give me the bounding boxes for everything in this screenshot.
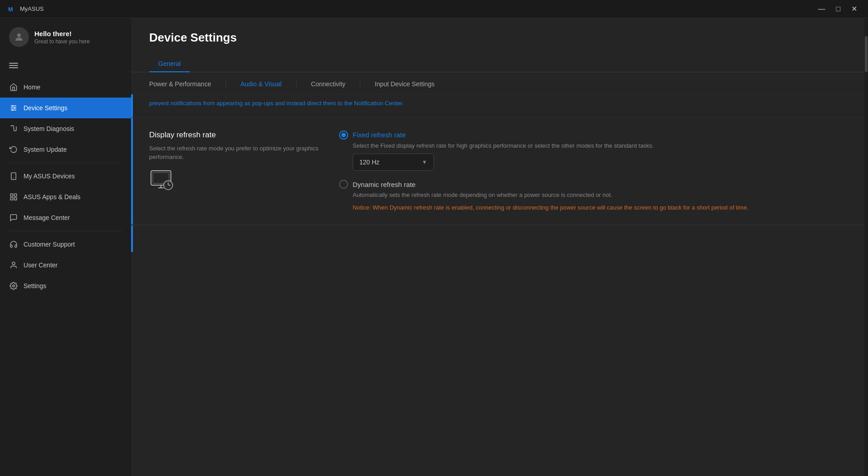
sidebar-item-label: Settings [24,282,47,289]
scrollbar-thumb[interactable] [865,36,868,72]
fixed-refresh-desc: Select the Fixed display refresh rate fo… [339,141,846,150]
dynamic-refresh-label-row: Dynamic refresh rate [339,180,846,189]
subtabs-bar: Power & Performance Audio & Visual Conne… [131,72,864,94]
sidebar-item-home[interactable]: Home [0,77,131,98]
title-bar: M MyASUS — □ ✕ [0,0,868,18]
sidebar-item-my-asus-devices[interactable]: My ASUS Devices [0,166,131,187]
subtab-audio-visual[interactable]: Audio & Visual [241,74,282,94]
user-avatar-icon [14,32,24,42]
menu-toggle-button[interactable] [0,58,131,77]
sidebar-item-label: System Diagnosis [24,125,74,132]
nav-divider [9,163,122,163]
title-bar-left: M MyASUS [7,5,44,14]
svg-point-1 [17,33,21,37]
stethoscope-icon [9,124,18,133]
svg-point-16 [13,285,15,287]
svg-point-7 [12,109,13,111]
sidebar: Hello there! Great to have you here Home [0,18,131,476]
svg-point-15 [12,262,15,265]
user-info: Hello there! Great to have you here [34,30,90,45]
svg-point-10 [13,177,14,178]
scrollbar-track[interactable] [864,18,868,476]
tab-general[interactable]: General [149,56,190,72]
main-content: Device Settings General Power & Performa… [131,18,864,476]
subtab-separator-2 [296,80,297,88]
hamburger-icon [9,63,18,64]
subtab-separator [226,80,226,88]
sidebar-item-asus-apps-deals[interactable]: ASUS Apps & Deals [0,187,131,207]
fixed-refresh-label-row: Fixed refresh rate [339,131,846,140]
subtab-input-device[interactable]: Input Device Settings [375,74,434,94]
tabs-bar: General [131,56,864,72]
home-icon [9,83,18,92]
sidebar-item-system-update[interactable]: System Update [0,139,131,160]
hamburger-icon [9,67,18,68]
sidebar-item-user-center[interactable]: User Center [0,255,131,275]
svg-point-6 [14,107,15,109]
svg-rect-14 [14,198,17,200]
subtab-connectivity[interactable]: Connectivity [311,74,345,94]
bottom-partial-card [131,225,864,252]
dynamic-refresh-warning: Notice: When Dynamic refresh rate is ena… [339,203,846,212]
display-refresh-title: Display refresh rate [149,131,321,140]
refresh-rate-dropdown[interactable]: 120 Hz ▼ [353,154,434,171]
svg-rect-12 [14,194,17,196]
fixed-refresh-radio[interactable] [339,131,348,140]
notification-partial-card: prevent notifications from appearing as … [131,94,864,118]
sidebar-item-label: ASUS Apps & Deals [24,193,80,201]
display-refresh-icon [149,169,176,194]
svg-text:M: M [8,6,13,13]
maximize-button[interactable]: □ [832,3,844,15]
chevron-down-icon: ▼ [422,159,427,165]
subtab-separator-3 [360,80,360,88]
headset-icon [9,240,18,249]
page-title: Device Settings [149,31,846,45]
app-title: MyASUS [20,5,44,12]
sidebar-item-label: Home [24,84,40,91]
svg-point-8 [16,126,17,127]
sidebar-item-settings[interactable]: Settings [0,275,131,296]
grid-icon [9,192,18,201]
close-button[interactable]: ✕ [848,3,861,15]
fixed-refresh-title: Fixed refresh rate [353,131,406,139]
sidebar-item-label: System Update [24,146,67,153]
setting-left: Display refresh rate Select the refresh … [149,131,321,212]
user-subtitle: Great to have you here [34,38,90,45]
svg-rect-9 [11,173,16,180]
setting-right: Fixed refresh rate Select the Fixed disp… [339,131,846,212]
user-icon [9,261,18,270]
gear-icon [9,281,18,290]
fixed-refresh-option: Fixed refresh rate Select the Fixed disp… [339,131,846,171]
devices-icon [9,172,18,181]
sidebar-item-label: Customer Support [24,241,75,248]
sidebar-item-label: Message Center [24,214,70,221]
dynamic-refresh-option: Dynamic refresh rate Automatically sets … [339,180,846,212]
user-name: Hello there! [34,30,90,37]
sidebar-item-label: My ASUS Devices [24,173,75,180]
notification-partial-text: prevent notifications from appearing as … [149,99,846,108]
display-refresh-rate-card: Display refresh rate Select the refresh … [131,118,864,225]
display-refresh-icon-area [149,169,321,196]
hamburger-icon [9,65,18,66]
sidebar-item-system-diagnosis[interactable]: System Diagnosis [0,118,131,139]
display-refresh-desc: Select the refresh rate mode you prefer … [149,144,321,162]
user-section: Hello there! Great to have you here [0,18,131,58]
subtab-power-performance[interactable]: Power & Performance [149,74,211,94]
nav-divider-2 [9,231,122,231]
svg-rect-11 [10,194,13,196]
page-header: Device Settings [131,18,864,56]
minimize-button[interactable]: — [814,3,829,15]
app-logo: M [7,5,16,14]
dynamic-refresh-title: Dynamic refresh rate [353,181,415,188]
svg-point-5 [12,105,13,107]
window-controls: — □ ✕ [814,3,861,15]
svg-rect-13 [10,198,13,200]
sidebar-item-device-settings[interactable]: Device Settings [0,98,131,118]
sidebar-item-message-center[interactable]: Message Center [0,207,131,228]
dynamic-refresh-radio[interactable] [339,180,348,189]
dynamic-refresh-desc: Automatically sets the refresh rate mode… [339,191,846,200]
sidebar-item-label: Device Settings [24,104,67,112]
sidebar-item-customer-support[interactable]: Customer Support [0,234,131,255]
sidebar-navigation: Home Device Settings [0,77,131,476]
app-window: Hello there! Great to have you here Home [0,18,868,476]
